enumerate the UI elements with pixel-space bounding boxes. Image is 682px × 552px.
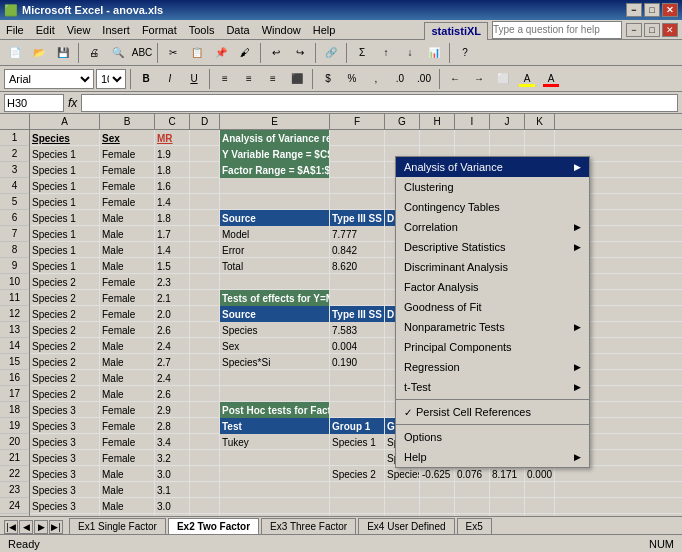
cell-r4-c2[interactable]: 1.6 [155, 178, 190, 194]
cell-r15-c1[interactable]: Male [100, 354, 155, 370]
cell-r14-c1[interactable]: Male [100, 338, 155, 354]
cell-r12-c0[interactable]: Species 2 [30, 306, 100, 322]
font-select[interactable]: Arial [4, 69, 94, 89]
cell-r24-c1[interactable]: Male [100, 498, 155, 514]
cell-r15-c4[interactable]: Species*Si [220, 354, 330, 370]
cell-r10-c3[interactable] [190, 274, 220, 290]
cell-r24-c8[interactable] [455, 498, 490, 514]
sheet-nav-first[interactable]: |◀ [4, 520, 18, 534]
cell-r5-c5[interactable] [330, 194, 385, 210]
cell-r15-c3[interactable] [190, 354, 220, 370]
cell-r19-c4[interactable]: Test [220, 418, 330, 434]
cell-r17-c3[interactable] [190, 386, 220, 402]
menu-data[interactable]: Data [220, 20, 255, 39]
menu-help[interactable]: Help [307, 20, 342, 39]
cell-r14-c0[interactable]: Species 2 [30, 338, 100, 354]
cell-r9-c5[interactable]: 8.620 [330, 258, 385, 274]
cell-r10-c0[interactable]: Species 2 [30, 274, 100, 290]
preview-button[interactable]: 🔍 [107, 43, 129, 63]
cell-r16-c5[interactable] [330, 370, 385, 386]
row-header-24[interactable]: 24 [0, 498, 29, 514]
cell-r13-c0[interactable]: Species 2 [30, 322, 100, 338]
menu-persist[interactable]: ✓ Persist Cell References [396, 402, 589, 422]
row-header-13[interactable]: 13 [0, 322, 29, 338]
underline-button[interactable]: U [183, 69, 205, 89]
cell-r14-c2[interactable]: 2.4 [155, 338, 190, 354]
fill-color-button[interactable]: A [516, 69, 538, 89]
cell-r22-c0[interactable]: Species 3 [30, 466, 100, 482]
row-header-11[interactable]: 11 [0, 290, 29, 306]
cell-r8-c3[interactable] [190, 242, 220, 258]
cell-r1-c7[interactable] [420, 130, 455, 146]
col-header-F[interactable]: F [330, 114, 385, 129]
cell-r19-c5[interactable]: Group 1 [330, 418, 385, 434]
cell-r18-c2[interactable]: 2.9 [155, 402, 190, 418]
row-header-12[interactable]: 12 [0, 306, 29, 322]
row-header-8[interactable]: 8 [0, 242, 29, 258]
cell-r12-c4[interactable]: Source [220, 306, 330, 322]
cell-r23-c8[interactable] [455, 482, 490, 498]
cell-r7-c5[interactable]: 7.777 [330, 226, 385, 242]
cell-r3-c5[interactable] [330, 162, 385, 178]
save-button[interactable]: 💾 [52, 43, 74, 63]
cell-r23-c4[interactable] [220, 482, 330, 498]
col-header-A[interactable]: A [30, 114, 100, 129]
cell-r18-c5[interactable] [330, 402, 385, 418]
new-button[interactable]: 📄 [4, 43, 26, 63]
cell-r2-c0[interactable]: Species 1 [30, 146, 100, 162]
cell-r12-c5[interactable]: Type III SS [330, 306, 385, 322]
cell-r17-c0[interactable]: Species 2 [30, 386, 100, 402]
cell-r22-c4[interactable] [220, 466, 330, 482]
cell-r7-c1[interactable]: Male [100, 226, 155, 242]
sort-desc-button[interactable]: ↓ [399, 43, 421, 63]
format-painter-button[interactable]: 🖌 [234, 43, 256, 63]
cell-r1-c4[interactable]: Analysis of Variance res [220, 130, 330, 146]
row-header-25[interactable]: 25 [0, 514, 29, 516]
cell-r7-c3[interactable] [190, 226, 220, 242]
cell-r4-c5[interactable] [330, 178, 385, 194]
cell-r25-c8[interactable] [455, 514, 490, 516]
cell-r23-c9[interactable] [490, 482, 525, 498]
row-header-20[interactable]: 20 [0, 434, 29, 450]
app-minimize-button[interactable]: − [626, 23, 642, 37]
decrease-indent-button[interactable]: ← [444, 69, 466, 89]
cell-r6-c3[interactable] [190, 210, 220, 226]
borders-button[interactable]: ⬜ [492, 69, 514, 89]
cell-r17-c2[interactable]: 2.6 [155, 386, 190, 402]
cell-r21-c2[interactable]: 3.2 [155, 450, 190, 466]
row-header-6[interactable]: 6 [0, 210, 29, 226]
row-header-10[interactable]: 10 [0, 274, 29, 290]
cell-r2-c5[interactable] [330, 146, 385, 162]
app-close-button[interactable]: ✕ [662, 23, 678, 37]
cell-r21-c5[interactable] [330, 450, 385, 466]
cell-r23-c3[interactable] [190, 482, 220, 498]
col-header-J[interactable]: J [490, 114, 525, 129]
sort-asc-button[interactable]: ↑ [375, 43, 397, 63]
cell-r11-c1[interactable]: Female [100, 290, 155, 306]
cell-r22-c7[interactable]: -0.625 [420, 466, 455, 482]
cell-r8-c2[interactable]: 1.4 [155, 242, 190, 258]
row-header-2[interactable]: 2 [0, 146, 29, 162]
cell-r4-c0[interactable]: Species 1 [30, 178, 100, 194]
cell-r9-c0[interactable]: Species 1 [30, 258, 100, 274]
cell-r22-c10[interactable]: 0.000 [525, 466, 555, 482]
cell-r13-c4[interactable]: Species [220, 322, 330, 338]
cell-r21-c3[interactable] [190, 450, 220, 466]
italic-button[interactable]: I [159, 69, 181, 89]
paste-button[interactable]: 📌 [210, 43, 232, 63]
cell-r4-c1[interactable]: Female [100, 178, 155, 194]
cell-r1-c9[interactable] [490, 130, 525, 146]
row-header-4[interactable]: 4 [0, 178, 29, 194]
cell-r12-c3[interactable] [190, 306, 220, 322]
menu-contingency[interactable]: Contingency Tables [396, 197, 589, 217]
menu-ttest[interactable]: t-Test ▶ [396, 377, 589, 397]
name-box[interactable] [4, 94, 64, 112]
cell-r11-c5[interactable] [330, 290, 385, 306]
cell-r23-c2[interactable]: 3.1 [155, 482, 190, 498]
cell-r24-c5[interactable] [330, 498, 385, 514]
row-header-15[interactable]: 15 [0, 354, 29, 370]
sheet-nav-last[interactable]: ▶| [49, 520, 63, 534]
row-header-3[interactable]: 3 [0, 162, 29, 178]
cell-r7-c0[interactable]: Species 1 [30, 226, 100, 242]
cell-r16-c4[interactable] [220, 370, 330, 386]
